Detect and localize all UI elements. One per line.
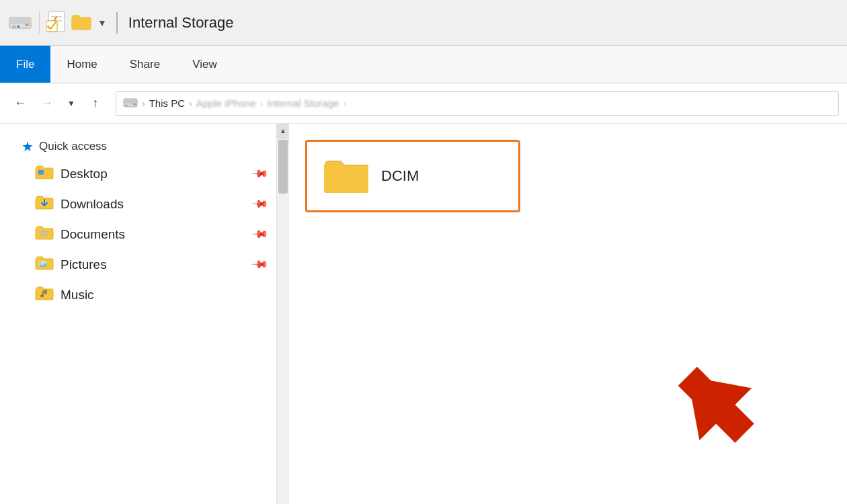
quick-access-header: ★ Quick access [0, 134, 288, 159]
address-sep-3: › [343, 98, 346, 109]
svg-rect-16 [40, 231, 48, 233]
window-title: Internal Storage [128, 14, 234, 32]
title-dropdown-arrow[interactable]: ▼ [97, 17, 107, 28]
tab-file[interactable]: File [0, 46, 50, 83]
pictures-folder-icon [35, 255, 54, 274]
sidebar-item-desktop[interactable]: Desktop 📌 [0, 159, 288, 189]
quick-access-label: Quick access [39, 140, 107, 153]
svg-rect-2 [12, 26, 16, 28]
pin-icon-pictures: 📌 [251, 255, 270, 274]
svg-rect-3 [17, 26, 19, 28]
dcim-folder-icon [322, 154, 370, 198]
sidebar: ★ Quick access Desktop 📌 [0, 124, 289, 504]
address-this-pc: This PC [149, 97, 185, 109]
documents-folder-icon [35, 224, 54, 244]
sidebar-item-pictures[interactable]: Pictures 📌 [0, 249, 288, 280]
title-bar-divider [116, 12, 118, 34]
address-sep-1: › [189, 98, 192, 109]
sidebar-pictures-label: Pictures [61, 257, 247, 272]
address-sep-0: › [142, 98, 145, 109]
pin-icon-documents: 📌 [251, 225, 270, 244]
address-bar[interactable]: › This PC › Apple iPhone › Internal Stor… [116, 91, 839, 116]
nav-back-button[interactable]: ← [8, 91, 32, 116]
dcim-label: DCIM [381, 167, 419, 185]
sidebar-scrollbar[interactable]: ▲ [276, 124, 288, 504]
nav-up-button[interactable]: ↑ [83, 91, 108, 116]
nav-forward-button[interactable]: → [35, 91, 59, 116]
music-folder-icon [35, 285, 54, 304]
sidebar-item-downloads[interactable]: Downloads 📌 [0, 189, 288, 219]
sidebar-desktop-label: Desktop [61, 167, 247, 181]
sidebar-downloads-label: Downloads [61, 197, 247, 212]
red-arrow-annotation [659, 343, 807, 491]
address-drive-icon [123, 96, 138, 110]
tab-view[interactable]: View [176, 46, 233, 83]
ribbon: File Home Share View [0, 46, 847, 83]
sidebar-music-label: Music [61, 288, 267, 302]
nav-recent-dropdown[interactable]: ▼ [62, 91, 81, 116]
svg-rect-11 [124, 99, 137, 103]
downloads-folder-icon [35, 194, 54, 214]
checklist-icon [46, 10, 67, 36]
address-sep-2: › [260, 98, 264, 109]
star-icon: ★ [22, 138, 34, 155]
desktop-folder-icon [35, 164, 54, 183]
scrollbar-thumb[interactable] [278, 140, 288, 194]
address-apple-iphone: Apple iPhone [196, 97, 256, 109]
pin-icon-desktop: 📌 [251, 165, 270, 183]
tab-home[interactable]: Home [50, 46, 113, 83]
svg-point-4 [25, 24, 29, 26]
svg-rect-12 [125, 105, 128, 106]
tab-share[interactable]: Share [114, 46, 176, 83]
svg-rect-18 [40, 235, 47, 237]
dcim-folder[interactable]: DCIM [305, 140, 520, 212]
title-bar: ▼ Internal Storage [0, 0, 847, 46]
sidebar-item-music[interactable]: Music [0, 280, 288, 310]
nav-bar: ← → ▼ ↑ › This PC › Apple iPhone › Inter… [0, 83, 847, 124]
sidebar-item-documents[interactable]: Documents 📌 [0, 219, 288, 249]
pin-icon-downloads: 📌 [251, 195, 270, 214]
content-area: DCIM [289, 124, 847, 504]
title-bar-icons: ▼ [8, 10, 108, 36]
svg-rect-17 [40, 233, 46, 235]
drive-icon [8, 12, 32, 34]
main-layout: ★ Quick access Desktop 📌 [0, 124, 847, 504]
svg-point-13 [133, 103, 136, 106]
svg-rect-15 [38, 170, 44, 173]
svg-point-20 [40, 261, 42, 263]
sidebar-documents-label: Documents [61, 227, 247, 242]
svg-rect-1 [9, 17, 31, 24]
address-internal-storage: Internal Storage [268, 97, 339, 109]
scrollbar-up-button[interactable]: ▲ [277, 124, 289, 138]
folder-icon-title [71, 12, 92, 34]
title-divider-1 [39, 12, 40, 34]
